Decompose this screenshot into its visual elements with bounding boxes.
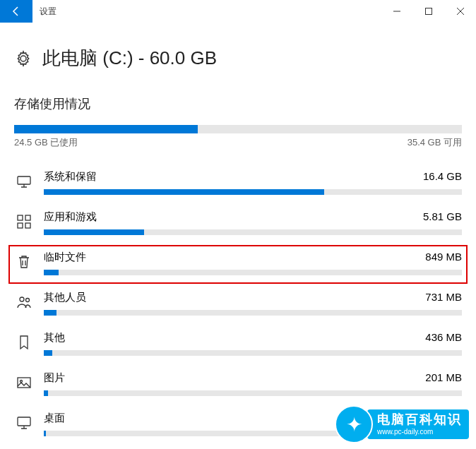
category-size: 436 MB bbox=[425, 331, 462, 343]
svg-rect-3 bbox=[25, 215, 30, 220]
computer-icon bbox=[14, 172, 34, 191]
storage-used-fill bbox=[14, 125, 198, 133]
title-bar: 设置 bbox=[0, 0, 476, 23]
category-bar bbox=[44, 270, 462, 275]
category-label: 临时文件 bbox=[44, 251, 86, 264]
category-size: 731 MB bbox=[425, 291, 462, 303]
category-images[interactable]: 图片201 MB bbox=[14, 366, 462, 406]
bookmark-icon bbox=[14, 333, 34, 352]
category-bar bbox=[44, 350, 462, 356]
svg-rect-4 bbox=[18, 223, 23, 228]
category-size: 201 MB bbox=[425, 371, 462, 383]
category-system[interactable]: 系统和保留16.4 GB bbox=[14, 164, 462, 205]
category-other[interactable]: 其他436 MB bbox=[14, 325, 462, 366]
svg-rect-5 bbox=[25, 223, 30, 228]
category-bar bbox=[44, 310, 462, 316]
watermark: ✦ 电脑百科知识 www.pc-daily.com bbox=[335, 405, 469, 443]
storage-overview: 24.5 GB 已使用 35.4 GB 可用 bbox=[14, 125, 462, 149]
category-body: 其他436 MB bbox=[44, 331, 462, 356]
maximize-button[interactable] bbox=[412, 0, 444, 23]
category-label: 应用和游戏 bbox=[44, 210, 97, 224]
watermark-text: 电脑百科知识 www.pc-daily.com bbox=[367, 409, 469, 439]
category-bar-fill bbox=[44, 229, 144, 235]
category-size: 16.4 GB bbox=[423, 170, 462, 182]
category-label: 系统和保留 bbox=[44, 170, 97, 184]
category-label: 其他人员 bbox=[44, 291, 86, 304]
watermark-brand: 电脑百科知识 bbox=[377, 412, 462, 428]
window-controls bbox=[381, 0, 476, 23]
storage-total-bar bbox=[14, 125, 462, 133]
monitor-icon bbox=[14, 413, 34, 433]
minimize-button[interactable] bbox=[381, 0, 412, 23]
close-button[interactable] bbox=[444, 0, 476, 23]
category-bar-fill bbox=[44, 431, 46, 436]
category-body: 其他人员731 MB bbox=[44, 291, 462, 316]
svg-point-6 bbox=[20, 297, 24, 301]
page-title: 此电脑 (C:) - 60.0 GB bbox=[42, 46, 217, 71]
category-bar bbox=[44, 390, 462, 396]
category-bar-fill bbox=[44, 350, 52, 356]
minimize-icon bbox=[393, 8, 400, 15]
back-button[interactable] bbox=[0, 0, 32, 23]
category-temp[interactable]: 临时文件849 MB bbox=[8, 245, 468, 284]
watermark-logo-icon: ✦ bbox=[335, 405, 373, 443]
apps-icon bbox=[14, 212, 34, 232]
svg-rect-10 bbox=[18, 417, 30, 426]
category-size: 849 MB bbox=[425, 251, 462, 263]
category-bar bbox=[44, 189, 462, 195]
category-bar-fill bbox=[44, 270, 59, 275]
arrow-left-icon bbox=[11, 6, 22, 17]
page-header: 此电脑 (C:) - 60.0 GB bbox=[14, 46, 462, 71]
category-bar-fill bbox=[44, 390, 48, 396]
gear-icon bbox=[14, 49, 32, 68]
category-label: 桌面 bbox=[44, 412, 65, 425]
trash-icon bbox=[14, 252, 34, 272]
category-others[interactable]: 其他人员731 MB bbox=[14, 285, 462, 325]
category-body: 系统和保留16.4 GB bbox=[44, 170, 462, 195]
svg-rect-0 bbox=[425, 8, 432, 15]
category-bar-fill bbox=[44, 189, 324, 195]
category-size: 5.81 GB bbox=[423, 210, 462, 222]
category-body: 应用和游戏5.81 GB bbox=[44, 210, 462, 235]
category-body: 临时文件849 MB bbox=[44, 251, 462, 275]
category-label: 其他 bbox=[44, 331, 65, 345]
category-list: 系统和保留16.4 GB应用和游戏5.81 GB临时文件849 MB其他人员73… bbox=[14, 164, 462, 446]
watermark-url: www.pc-daily.com bbox=[377, 428, 462, 436]
svg-rect-1 bbox=[18, 176, 30, 184]
window-title: 设置 bbox=[40, 6, 381, 18]
svg-point-9 bbox=[20, 381, 23, 383]
category-body: 图片201 MB bbox=[44, 371, 462, 396]
category-label: 图片 bbox=[44, 371, 65, 385]
people-icon bbox=[14, 292, 34, 312]
svg-point-7 bbox=[26, 299, 30, 302]
svg-rect-2 bbox=[18, 215, 23, 220]
category-bar-fill bbox=[44, 310, 56, 316]
section-title: 存储使用情况 bbox=[14, 95, 462, 112]
category-apps[interactable]: 应用和游戏5.81 GB bbox=[14, 205, 462, 245]
content-area: 此电脑 (C:) - 60.0 GB 存储使用情况 24.5 GB 已使用 35… bbox=[0, 23, 476, 449]
close-icon bbox=[457, 8, 464, 15]
storage-used-label: 24.5 GB 已使用 bbox=[14, 136, 78, 149]
storage-free-label: 35.4 GB 可用 bbox=[407, 136, 462, 149]
category-bar bbox=[44, 229, 462, 235]
picture-icon bbox=[14, 373, 34, 393]
maximize-icon bbox=[425, 8, 432, 15]
